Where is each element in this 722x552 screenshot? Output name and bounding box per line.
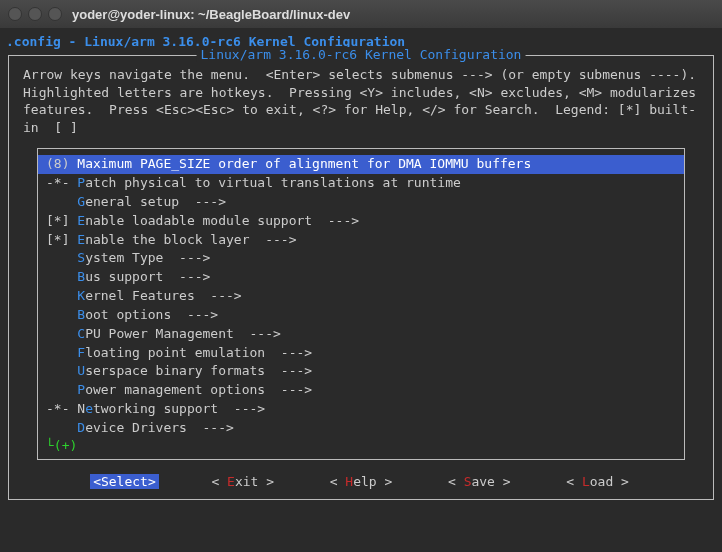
dialog-box: Linux/arm 3.16.0-rc6 Kernel Configuratio… bbox=[8, 55, 714, 500]
menu-prefix bbox=[46, 326, 77, 341]
menu-label: PU Power Management ---> bbox=[85, 326, 281, 341]
dialog-title: Linux/arm 3.16.0-rc6 Kernel Configuratio… bbox=[197, 47, 526, 62]
menu-label: loating point emulation ---> bbox=[85, 345, 312, 360]
menu-label: tworking support ---> bbox=[93, 401, 265, 416]
menu-item[interactable]: -*- Networking support ---> bbox=[38, 400, 684, 419]
menu-prefix bbox=[46, 420, 77, 435]
menu-prefix bbox=[46, 382, 77, 397]
window-title: yoder@yoder-linux: ~/BeagleBoard/linux-d… bbox=[72, 7, 350, 22]
hotkey: C bbox=[77, 326, 85, 341]
help-button[interactable]: < Help > bbox=[327, 474, 396, 489]
menu-label: serspace binary formats ---> bbox=[85, 363, 312, 378]
menu-prefix bbox=[46, 250, 77, 265]
menu-label: nable loadable module support ---> bbox=[85, 213, 359, 228]
menu-item[interactable]: Kernel Features ---> bbox=[38, 287, 684, 306]
select-button[interactable]: <Select> bbox=[90, 474, 159, 489]
menu-item[interactable]: [*] Enable loadable module support ---> bbox=[38, 212, 684, 231]
hotkey: e bbox=[85, 401, 93, 416]
header-left: .config bbox=[6, 34, 61, 49]
menu-list: (8) Maximum PAGE_SIZE order of alignment… bbox=[37, 148, 685, 460]
menu-item[interactable]: -*- Patch physical to virtual translatio… bbox=[38, 174, 684, 193]
hotkey: E bbox=[77, 232, 85, 247]
menu-prefix: [*] bbox=[46, 213, 77, 228]
menu-prefix: (8) bbox=[46, 156, 77, 171]
terminal: .config - Linux/arm 3.16.0-rc6 Kernel Co… bbox=[0, 28, 722, 552]
hotkey: B bbox=[77, 307, 85, 322]
menu-label: imum PAGE_SIZE order of alignment for DM… bbox=[101, 156, 531, 171]
hotkey: D bbox=[77, 420, 85, 435]
menu-item[interactable]: Device Drivers ---> bbox=[38, 419, 684, 438]
more-indicator-icon: └(+) bbox=[38, 438, 684, 454]
hotkey: S bbox=[77, 250, 85, 265]
menu-label: atch physical to virtual translations at… bbox=[85, 175, 461, 190]
menu-label: eneral setup ---> bbox=[85, 194, 226, 209]
close-icon[interactable] bbox=[8, 7, 22, 21]
hotkey: B bbox=[77, 269, 85, 284]
maximize-icon[interactable] bbox=[48, 7, 62, 21]
menu-prefix bbox=[46, 307, 77, 322]
minimize-icon[interactable] bbox=[28, 7, 42, 21]
menu-item[interactable]: General setup ---> bbox=[38, 193, 684, 212]
menu-item[interactable]: Power management options ---> bbox=[38, 381, 684, 400]
menu-item[interactable]: Boot options ---> bbox=[38, 306, 684, 325]
menu-label: oot options ---> bbox=[85, 307, 218, 322]
menu-item[interactable]: (8) Maximum PAGE_SIZE order of alignment… bbox=[38, 155, 684, 174]
menu-item[interactable]: Floating point emulation ---> bbox=[38, 344, 684, 363]
menu-label: ower management options ---> bbox=[85, 382, 312, 397]
hotkey: U bbox=[77, 363, 85, 378]
menu-prefix: -*- bbox=[46, 401, 77, 416]
menu-prefix bbox=[46, 194, 77, 209]
menu-label: ernel Features ---> bbox=[85, 288, 242, 303]
save-button[interactable]: < Save > bbox=[445, 474, 514, 489]
menu-prefix bbox=[46, 269, 77, 284]
hotkey: P bbox=[77, 382, 85, 397]
menu-item[interactable]: Bus support ---> bbox=[38, 268, 684, 287]
menu-item[interactable]: [*] Enable the block layer ---> bbox=[38, 231, 684, 250]
menu-label: nable the block layer ---> bbox=[85, 232, 296, 247]
load-button[interactable]: < Load > bbox=[563, 474, 632, 489]
exit-button[interactable]: < Exit > bbox=[208, 474, 277, 489]
menu-label: evice Drivers ---> bbox=[85, 420, 234, 435]
menu-prefix: -*- bbox=[46, 175, 77, 190]
menu-prefix: [*] bbox=[46, 232, 77, 247]
button-bar: <Select> < Exit > < Help > < Save > < Lo… bbox=[9, 460, 713, 499]
menu-item[interactable]: System Type ---> bbox=[38, 249, 684, 268]
menu-prefix bbox=[46, 363, 77, 378]
menu-item[interactable]: CPU Power Management ---> bbox=[38, 325, 684, 344]
hotkey: E bbox=[77, 213, 85, 228]
hotkey: P bbox=[77, 175, 85, 190]
menu-prefix bbox=[46, 288, 77, 303]
hotkey: x bbox=[93, 156, 101, 171]
hotkey: F bbox=[77, 345, 85, 360]
menu-label: ystem Type ---> bbox=[85, 250, 210, 265]
menu-item[interactable]: Userspace binary formats ---> bbox=[38, 362, 684, 381]
hotkey: K bbox=[77, 288, 85, 303]
instructions: Arrow keys navigate the menu. <Enter> se… bbox=[9, 56, 713, 142]
hotkey: G bbox=[77, 194, 85, 209]
titlebar: yoder@yoder-linux: ~/BeagleBoard/linux-d… bbox=[0, 0, 722, 28]
menu-label: us support ---> bbox=[85, 269, 210, 284]
menu-prefix bbox=[46, 345, 77, 360]
